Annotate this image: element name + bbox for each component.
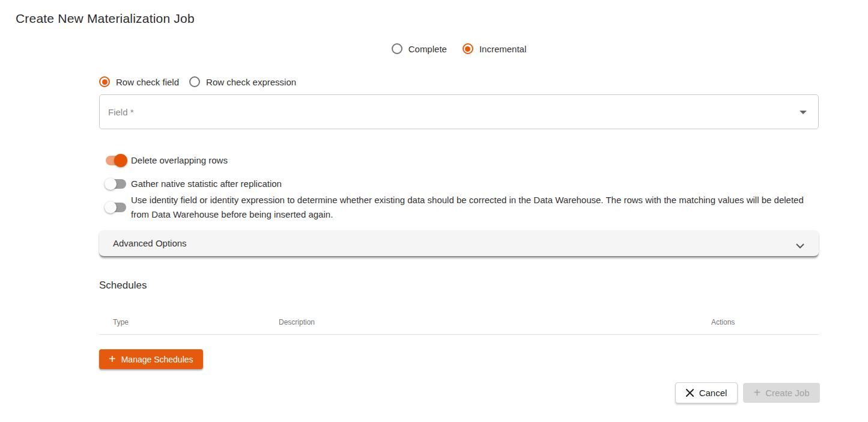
radio-option-incremental[interactable]: Incremental — [463, 43, 526, 54]
manage-schedules-label: Manage Schedules — [121, 355, 193, 364]
radio-option-complete[interactable]: Complete — [392, 43, 447, 54]
toggle-gather-native-statistic[interactable] — [106, 179, 126, 189]
advanced-options-accordion[interactable]: Advanced Options — [99, 230, 819, 257]
radio-option-row-check-expression[interactable]: Row check expression — [189, 76, 296, 87]
radio-unselected-icon[interactable] — [392, 43, 402, 54]
create-materialization-job-page: Create New Materialization Job Complete … — [0, 0, 868, 422]
plus-icon: + — [753, 387, 760, 399]
manage-schedules-button[interactable]: + Manage Schedules — [99, 349, 203, 369]
job-type-radio-group: Complete Incremental — [99, 43, 819, 54]
radio-label-row-check-expression: Row check expression — [206, 77, 296, 87]
toggle-knob[interactable] — [114, 154, 127, 167]
column-header-description: Description — [279, 318, 315, 326]
toggle-row-gather-statistic: Gather native statistic after replicatio… — [106, 175, 282, 193]
field-select-placeholder: Field * — [108, 107, 134, 117]
radio-label-row-check-field: Row check field — [116, 77, 179, 87]
column-header-type: Type — [113, 318, 129, 326]
toggle-knob[interactable] — [105, 201, 117, 213]
toggle-use-identity-field[interactable] — [106, 203, 126, 212]
radio-label-incremental: Incremental — [479, 44, 526, 54]
page-title: Create New Materialization Job — [16, 11, 195, 26]
toggle-label-gather-native-statistic: Gather native statistic after replicatio… — [131, 177, 282, 191]
schedules-heading: Schedules — [99, 280, 147, 292]
column-header-actions: Actions — [711, 318, 735, 326]
caret-down-icon[interactable] — [800, 111, 807, 114]
close-icon — [686, 389, 694, 397]
radio-option-row-check-field[interactable]: Row check field — [99, 76, 179, 87]
radio-unselected-icon[interactable] — [189, 76, 200, 87]
toggle-row-use-identity: Use identity field or identity expressio… — [106, 193, 807, 222]
toggle-knob[interactable] — [105, 178, 117, 190]
toggle-label-delete-overlapping-rows: Delete overlapping rows — [131, 153, 228, 168]
schedules-table-divider — [99, 334, 819, 335]
row-check-radio-group: Row check field Row check expression — [99, 76, 296, 87]
toggle-row-delete-overlapping: Delete overlapping rows — [106, 151, 228, 170]
toggle-label-use-identity-field: Use identity field or identity expressio… — [131, 193, 807, 222]
create-job-button[interactable]: + Create Job — [743, 383, 820, 403]
plus-icon: + — [109, 353, 116, 365]
chevron-down-icon[interactable] — [796, 240, 804, 251]
radio-selected-icon[interactable] — [99, 76, 110, 87]
create-job-label: Create Job — [765, 388, 809, 398]
cancel-button[interactable]: Cancel — [675, 382, 738, 403]
advanced-options-label: Advanced Options — [113, 238, 187, 248]
radio-label-complete: Complete — [408, 44, 447, 54]
radio-selected-icon[interactable] — [463, 43, 473, 54]
cancel-label: Cancel — [699, 388, 727, 398]
toggle-delete-overlapping-rows[interactable] — [106, 156, 126, 165]
field-select-dropdown[interactable]: Field * — [99, 94, 819, 129]
